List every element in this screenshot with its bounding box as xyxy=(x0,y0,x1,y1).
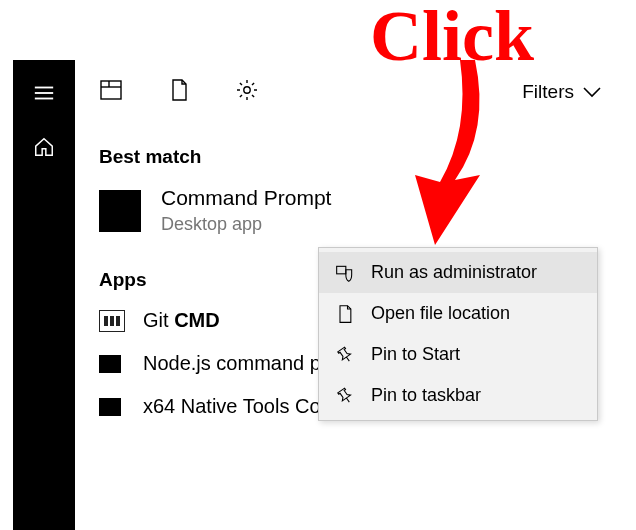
svg-rect-2 xyxy=(35,98,53,100)
ctx-open-file-location[interactable]: Open file location xyxy=(319,293,597,334)
file-icon xyxy=(335,304,355,324)
svg-rect-7 xyxy=(337,266,346,274)
ctx-run-as-admin[interactable]: Run as administrator xyxy=(319,252,597,293)
apps-tab-icon[interactable] xyxy=(99,78,123,106)
annotation-click-text: Click xyxy=(370,0,534,72)
nodejs-prompt-icon xyxy=(99,355,121,373)
svg-rect-3 xyxy=(101,81,121,99)
command-prompt-icon xyxy=(99,190,141,232)
vs-tools-prompt-icon xyxy=(99,398,121,416)
ctx-pin-to-start[interactable]: Pin to Start xyxy=(319,334,597,375)
svg-point-6 xyxy=(244,87,250,93)
git-cmd-icon xyxy=(99,310,125,332)
settings-tab-icon[interactable] xyxy=(235,78,259,106)
toolbar: Filters xyxy=(75,60,626,122)
ctx-label: Pin to Start xyxy=(371,344,460,365)
ctx-label: Open file location xyxy=(371,303,510,324)
filters-button[interactable]: Filters xyxy=(522,81,602,103)
best-match-item[interactable]: Command Prompt Desktop app xyxy=(75,176,626,245)
app-item-label: Git CMD xyxy=(143,309,220,332)
pin-icon xyxy=(335,345,355,365)
best-match-title: Command Prompt xyxy=(161,186,331,210)
best-match-subtitle: Desktop app xyxy=(161,214,331,235)
best-match-label: Best match xyxy=(75,122,626,176)
svg-rect-1 xyxy=(35,92,53,94)
hamburger-icon[interactable] xyxy=(33,82,55,104)
ctx-label: Pin to taskbar xyxy=(371,385,481,406)
context-menu: Run as administrator Open file location … xyxy=(318,247,598,421)
home-icon[interactable] xyxy=(33,136,55,158)
shield-icon xyxy=(335,263,355,283)
ctx-label: Run as administrator xyxy=(371,262,537,283)
left-rail xyxy=(13,60,75,530)
pin-icon xyxy=(335,386,355,406)
ctx-pin-to-taskbar[interactable]: Pin to taskbar xyxy=(319,375,597,416)
annotation-arrow-icon xyxy=(400,60,490,254)
filters-label: Filters xyxy=(522,81,574,103)
documents-tab-icon[interactable] xyxy=(167,78,191,106)
svg-rect-0 xyxy=(35,87,53,89)
chevron-down-icon xyxy=(582,86,602,98)
